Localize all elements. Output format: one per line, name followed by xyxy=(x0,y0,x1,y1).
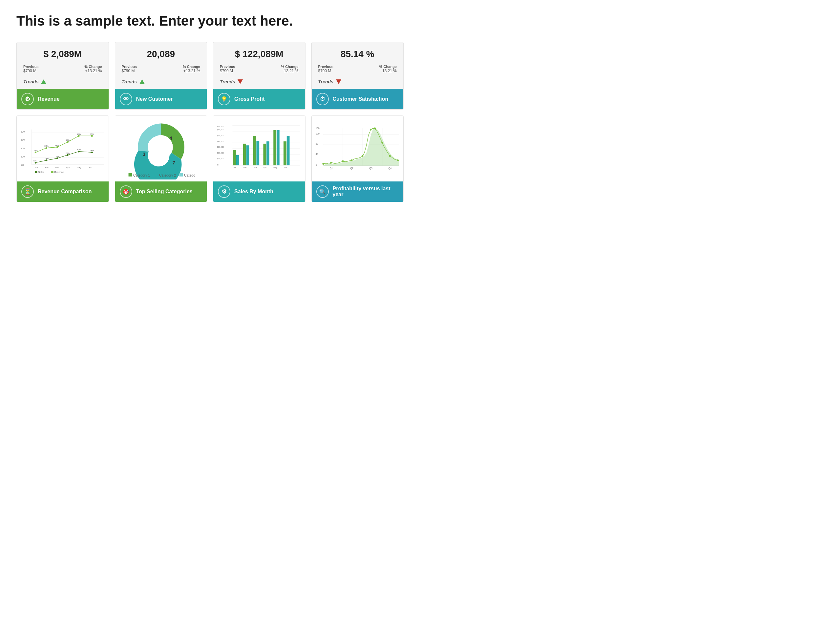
svg-point-29 xyxy=(35,152,36,153)
svg-text:30%: 30% xyxy=(77,148,81,151)
profitability-icon: 🔍 xyxy=(316,185,329,198)
cs-footer-label: Customer Satisfaction xyxy=(333,96,388,102)
cs-previous-label: Previous xyxy=(318,65,333,69)
svg-text:Feb: Feb xyxy=(45,166,49,169)
svg-text:28%: 28% xyxy=(90,149,94,152)
gross-profit-previous-value: $790 M xyxy=(220,69,235,73)
svg-text:Apr: Apr xyxy=(264,166,267,169)
svg-point-17 xyxy=(35,162,36,163)
chart-card-revenue-comparison: 0% 20% 40% 60% 80% Jan Feb Mar Apr May J… xyxy=(16,115,109,202)
svg-text:Q1: Q1 xyxy=(330,167,333,170)
svg-point-20 xyxy=(66,154,68,156)
svg-text:$10,000: $10,000 xyxy=(217,157,224,159)
svg-text:Mar: Mar xyxy=(55,166,59,169)
svg-point-43 xyxy=(51,171,54,173)
gross-profit-change-value: -13.21 % xyxy=(281,69,298,73)
new-customer-change-label: % Change xyxy=(183,65,200,69)
svg-text:0%: 0% xyxy=(21,164,24,166)
gross-profit-footer-label: Gross Profit xyxy=(234,96,264,102)
chart-card-profitability: 0 40 80 120 160 Q1 Q2 Q3 Q4 xyxy=(311,115,404,202)
dashboard: $ 2,089M Previous $790 M % Change +13.21… xyxy=(16,42,404,202)
sales-by-month-chart: $0 $10,000 $20,000 $30,000 $40,000 $50,0… xyxy=(213,116,305,182)
svg-text:Revenue: Revenue xyxy=(54,171,64,174)
new-customer-icon: 👁 xyxy=(120,93,132,105)
svg-rect-73 xyxy=(243,144,246,165)
sales-by-month-footer: ⚙ Sales By Month xyxy=(213,182,305,202)
svg-point-114 xyxy=(381,142,383,144)
svg-point-115 xyxy=(389,155,390,156)
svg-text:Apr: Apr xyxy=(66,166,70,169)
svg-point-110 xyxy=(351,159,352,161)
revenue-trends-label: Trends xyxy=(23,79,38,84)
svg-text:Sales: Sales xyxy=(38,171,44,174)
new-customer-trend-up-icon xyxy=(139,79,145,84)
revenue-icon: ⚙ xyxy=(21,93,34,105)
kpi-card-gross-profit: $ 122,089M Previous $790 M % Change -13.… xyxy=(213,42,305,110)
svg-text:Jun: Jun xyxy=(284,166,287,169)
new-customer-previous-label: Previous xyxy=(122,65,137,69)
svg-text:Marh: Marh xyxy=(253,166,257,169)
svg-text:$60,000: $60,000 xyxy=(217,128,224,131)
svg-text:3: 3 xyxy=(143,152,145,157)
gross-profit-value: $ 122,089M xyxy=(220,49,298,59)
svg-text:15%: 15% xyxy=(55,155,59,158)
svg-point-21 xyxy=(78,151,79,152)
svg-rect-72 xyxy=(236,155,239,165)
svg-rect-82 xyxy=(287,136,290,165)
svg-text:40%: 40% xyxy=(21,147,25,150)
profitability-footer: 🔍 Profitability versus last year xyxy=(312,182,404,202)
revenue-footer-label: Revenue xyxy=(38,96,60,102)
gross-profit-icon: 💡 xyxy=(218,93,231,105)
svg-text:$40,000: $40,000 xyxy=(217,140,224,142)
svg-rect-78 xyxy=(267,141,269,165)
svg-point-113 xyxy=(374,127,375,129)
svg-text:65%: 65% xyxy=(90,133,94,135)
svg-point-34 xyxy=(91,135,93,137)
revenue-comparison-footer-label: Revenue Comparison xyxy=(38,189,92,194)
cs-trend-down-icon xyxy=(336,79,341,84)
svg-text:60%: 60% xyxy=(21,139,25,141)
revenue-previous-value: $790 M xyxy=(23,69,38,73)
svg-text:120: 120 xyxy=(315,133,319,135)
svg-point-31 xyxy=(57,146,58,148)
revenue-change-label: % Change xyxy=(84,65,102,69)
svg-text:$20,000: $20,000 xyxy=(217,152,224,154)
new-customer-footer: 👁 New Customer xyxy=(115,89,207,109)
new-customer-previous-value: $790 M xyxy=(122,69,137,73)
sales-by-month-footer-label: Sales By Month xyxy=(234,189,273,194)
svg-text:$70,000: $70,000 xyxy=(217,125,224,127)
customer-satisfaction-value: 85.14 % xyxy=(318,49,397,59)
top-selling-chart: 4 3 7 Category 1 Category 2 Category 3 xyxy=(115,116,207,182)
svg-marker-106 xyxy=(323,128,399,166)
svg-point-109 xyxy=(342,161,344,162)
svg-text:Q4: Q4 xyxy=(388,167,392,170)
top-selling-footer-label: Top Selling Categories xyxy=(136,189,193,194)
svg-text:$30,000: $30,000 xyxy=(217,146,224,148)
svg-text:48%: 48% xyxy=(66,139,70,141)
svg-point-19 xyxy=(57,158,58,159)
new-customer-trends-label: Trends xyxy=(122,79,137,84)
svg-text:5%: 5% xyxy=(33,159,36,162)
svg-text:Jan: Jan xyxy=(34,166,38,169)
svg-text:$0: $0 xyxy=(217,163,219,166)
cs-change-label: % Change xyxy=(379,65,397,69)
svg-point-41 xyxy=(35,171,38,173)
cs-footer: ⏱ Customer Satisfaction xyxy=(312,89,404,109)
svg-text:May: May xyxy=(273,166,278,169)
page-title: This is a sample text. Enter your text h… xyxy=(16,13,404,29)
svg-rect-71 xyxy=(233,150,236,165)
revenue-comparison-icon: ⏳ xyxy=(21,185,34,198)
revenue-comparison-chart: 0% 20% 40% 60% 80% Jan Feb Mar Apr May J… xyxy=(17,116,109,182)
svg-text:Feb: Feb xyxy=(243,166,247,169)
svg-rect-77 xyxy=(264,144,267,165)
gross-profit-footer: 💡 Gross Profit xyxy=(213,89,305,109)
top-selling-footer: 🎯 Top Selling Categories xyxy=(115,182,207,202)
svg-rect-76 xyxy=(256,141,259,165)
profitability-footer-label: Profitability versus last year xyxy=(333,186,399,197)
new-customer-change-value: +13.21 % xyxy=(183,69,200,73)
revenue-trend-up-icon xyxy=(41,79,46,84)
revenue-change-value: +13.21 % xyxy=(84,69,102,73)
svg-text:22%: 22% xyxy=(66,152,70,154)
svg-point-108 xyxy=(330,162,332,163)
svg-rect-75 xyxy=(253,136,256,165)
